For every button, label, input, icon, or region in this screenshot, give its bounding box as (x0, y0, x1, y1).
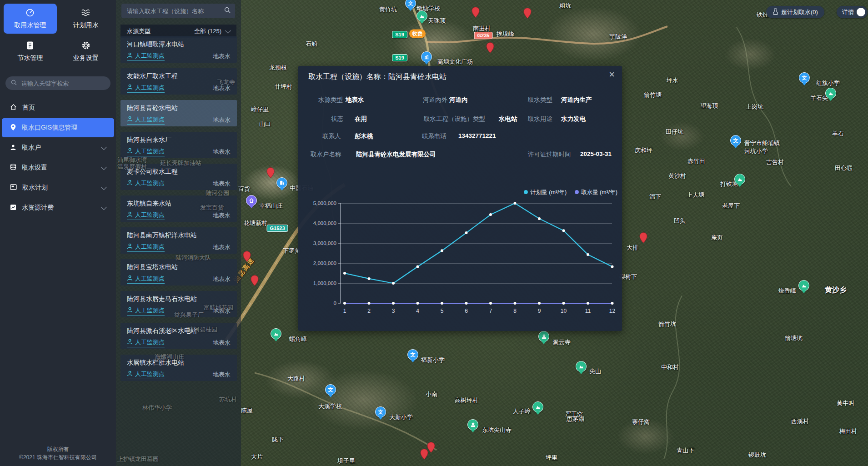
manual-monitor-link[interactable]: 人工监测点 (127, 115, 165, 125)
legend-item[interactable]: 取水量 (m³/年) (575, 189, 617, 196)
detail-toggle[interactable]: 详情 (837, 6, 868, 18)
school-marker[interactable]: 文 (325, 384, 336, 397)
red-pin-marker[interactable] (523, 7, 532, 20)
sidebar-item-取水设置[interactable]: 取水设置 (2, 158, 114, 177)
menu-label: 首页 (22, 104, 35, 112)
svg-text:3: 3 (392, 308, 395, 314)
sidebar-item-首页[interactable]: 首页 (2, 98, 114, 117)
school-marker[interactable]: 文 (730, 135, 741, 148)
station-card[interactable]: 陆河县自来水厂人工监测点地表水 (120, 132, 237, 158)
red-pin-marker[interactable] (243, 251, 251, 264)
svg-text:12: 12 (609, 308, 616, 314)
svg-text:5: 5 (441, 308, 444, 314)
svg-text:4,000,000: 4,000,000 (313, 220, 336, 226)
annual-volume-chart: 01,000,0002,000,0003,000,0004,000,0005,0… (298, 66, 622, 331)
mountain-marker[interactable] (825, 88, 836, 101)
app-window: 黄竹坑粗坑南进村挨垅峰芋陂洋铁灶石船龙颈根甘坪村嶂仔里山口坪水箭竹塘望海顶上岗坑… (0, 0, 868, 466)
station-card[interactable]: 陆河县宝塔水电站人工监测点地表水 (120, 259, 237, 286)
station-card[interactable]: 陆河县青砼水电站人工监测点地表水 (120, 100, 237, 126)
sidebar-item-水资源计费[interactable]: 水资源计费 (2, 198, 114, 217)
map-label: 坝子里 (337, 457, 355, 465)
manual-monitor-link[interactable]: 人工监测点 (127, 306, 165, 316)
red-pin-marker[interactable] (251, 275, 259, 288)
water-source-type: 地表水 (213, 180, 231, 188)
sidebar-search[interactable] (5, 76, 110, 90)
red-pin-marker[interactable] (266, 167, 275, 180)
map-label: 梅田村 (839, 427, 857, 436)
app-tile-节水管理[interactable]: 节水管理 (4, 36, 57, 66)
station-card[interactable]: 陆河县南万镇杞洋水电站人工监测点地表水 (120, 227, 237, 254)
person-icon (127, 180, 133, 187)
legend-item[interactable]: 计划量 (m³/年) (524, 189, 567, 196)
person-icon (127, 211, 133, 219)
manual-monitor-link[interactable]: 人工监测点 (127, 84, 165, 93)
close-icon[interactable]: × (609, 70, 615, 80)
manual-monitor-link[interactable]: 人工监测点 (127, 147, 165, 156)
app-tile-计划用水[interactable]: 计划用水 (60, 4, 113, 34)
map-label: 高树坪村 (455, 396, 478, 405)
manual-monitor-link[interactable]: 人工监测点 (127, 370, 165, 379)
manual-monitor-link[interactable]: 人工监测点 (127, 179, 165, 188)
field-label: 取水户名称 (311, 151, 341, 158)
sidebar-search-input[interactable] (20, 80, 105, 87)
svg-text:3,000,000: 3,000,000 (313, 241, 336, 246)
school-marker[interactable]: 文 (407, 349, 418, 362)
map-label: 大片 (251, 453, 263, 461)
station-name: 陆河县南万镇杞洋水电站 (120, 227, 237, 240)
app-tile-业务设置[interactable]: 业务设置 (60, 36, 113, 66)
app-tile-取用水管理[interactable]: 取用水管理 (4, 4, 57, 34)
menu-label: 取水计划 (22, 184, 48, 192)
sidebar-item-取水口GIS信息管理[interactable]: 取水口GIS信息管理 (2, 118, 114, 137)
map-label: 东坑尖山寺 (482, 426, 512, 434)
over-plan-water-button[interactable]: 超计划取水(0) (766, 6, 824, 18)
manual-monitor-link[interactable]: 人工监测点 (127, 275, 165, 284)
svg-text:1: 1 (343, 308, 346, 314)
manual-monitor-link[interactable]: 人工监测点 (127, 338, 165, 347)
field-value: 地表水 (346, 96, 364, 103)
sidebar-item-取水计划[interactable]: 取水计划 (2, 178, 114, 197)
school-marker[interactable]: 文 (405, 0, 416, 11)
mountain-marker[interactable] (271, 328, 281, 341)
plaza-marker[interactable] (421, 51, 432, 65)
red-pin-marker[interactable] (486, 42, 495, 55)
chevron-down-icon (101, 184, 107, 190)
temple-marker[interactable] (467, 419, 478, 432)
school-marker[interactable]: 文 (799, 72, 810, 85)
field-label: 状态 (331, 115, 343, 122)
mountain-marker[interactable] (734, 174, 745, 187)
fuel-marker[interactable] (276, 177, 287, 190)
map-label: 溜下 (649, 193, 661, 201)
manual-monitor-link[interactable]: 人工监测点 (127, 211, 165, 220)
filter-value[interactable]: 全部 (125) (194, 27, 221, 35)
mountain-marker[interactable] (416, 10, 427, 24)
chart-legend: 计划量 (m³/年)取水量 (m³/年) (524, 189, 617, 196)
modal-title: 取水工程（设施）名称：陆河县青砼水电站 (308, 72, 447, 82)
map-label: 普宁市船埔镇 (744, 139, 780, 147)
map-label: 黄竹坑 (379, 5, 397, 14)
map-label: 陈屋 (241, 406, 253, 415)
station-search-input[interactable] (126, 7, 224, 15)
person-icon (127, 275, 133, 282)
sidebar-item-取水户[interactable]: 取水户 (2, 138, 114, 157)
manual-monitor-link[interactable]: 人工监测点 (127, 243, 165, 252)
search-icon[interactable] (224, 7, 231, 15)
person-icon (127, 307, 133, 314)
station-card[interactable]: 河口镇唱歌潭水电站人工监测点地表水 (120, 36, 237, 63)
red-pin-marker[interactable] (472, 6, 480, 20)
temple-marker[interactable] (538, 331, 549, 344)
toggle-knob[interactable] (857, 8, 865, 16)
red-pin-marker[interactable] (639, 232, 648, 245)
station-search[interactable] (121, 4, 235, 18)
red-pin-marker[interactable] (420, 448, 429, 461)
resort-marker[interactable] (246, 195, 257, 208)
station-card[interactable]: 陆河县激石溪老区水电站人工监测点地表水 (120, 323, 237, 349)
app-tile-label: 取用水管理 (14, 21, 46, 30)
manual-monitor-link[interactable]: 人工监测点 (127, 52, 165, 61)
map-label: 红旗小学 (816, 79, 840, 87)
svg-text:0: 0 (334, 301, 336, 306)
mountain-marker[interactable] (532, 401, 543, 415)
school-marker[interactable]: 文 (375, 406, 386, 420)
mountain-marker[interactable] (576, 361, 587, 374)
map-label: 箭竹坑 (658, 320, 676, 328)
mountain-marker[interactable] (798, 280, 809, 293)
